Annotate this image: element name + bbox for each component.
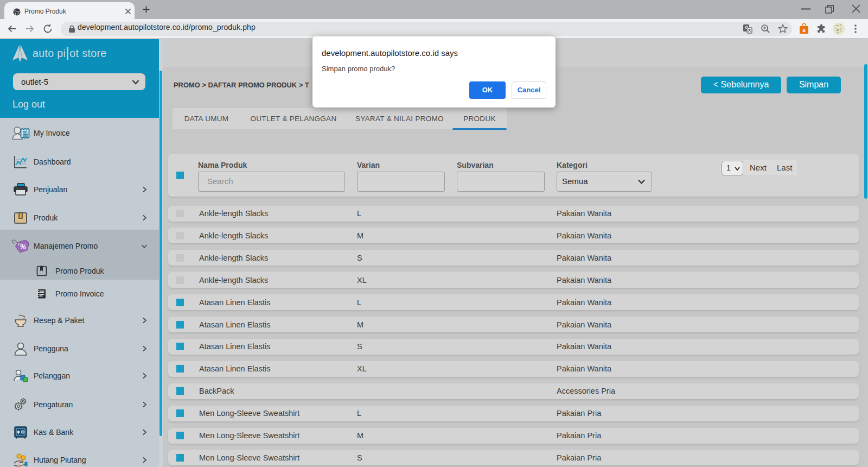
svg-text:a: a [802,27,806,33]
